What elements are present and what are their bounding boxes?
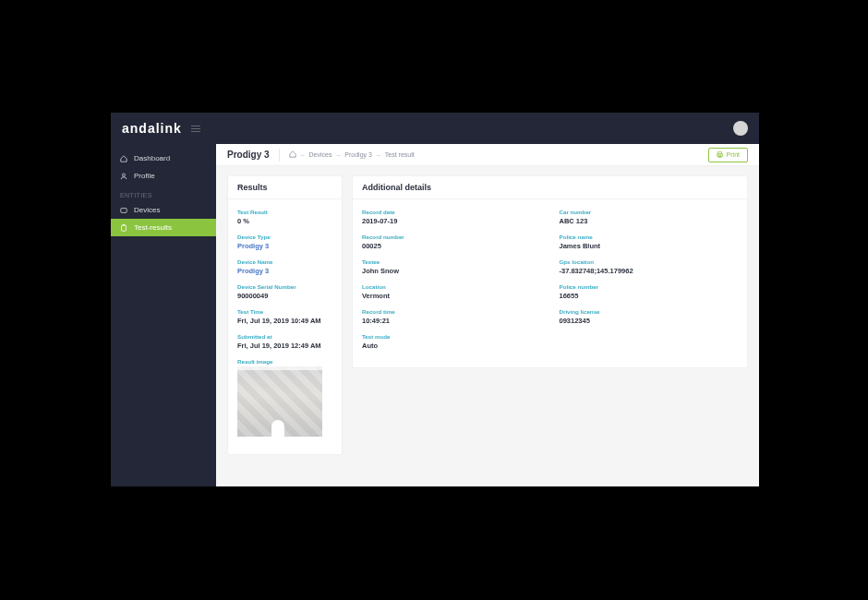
sidebar-item-label: Dashboard [134,154,170,162]
field-label: Record number [362,234,541,240]
print-button-label: Print [727,151,740,158]
field-location: Location Vermont [362,283,541,300]
breadcrumb-sep: – [301,151,305,158]
field-record-number: Record number 00025 [362,234,541,250]
breadcrumb-sep: – [336,151,340,158]
sidebar: Dashboard Profile ENTITIES Devices Test-… [111,144,216,486]
field-test-time: Test Time Fri, Jul 19, 2019 10:49 AM [237,308,332,325]
sidebar-item-devices[interactable]: Devices [111,201,216,219]
field-police-name: Police name James Blunt [560,234,739,250]
svg-rect-3 [123,224,125,225]
field-gps: Gps location -37.832748;145.179962 [560,258,739,275]
home-icon[interactable] [289,150,296,159]
svg-rect-2 [122,224,127,230]
sidebar-item-test-results[interactable]: Test-results [111,219,216,236]
field-device-type: Device Type Prodigy 3 [237,234,332,250]
svg-rect-1 [121,208,127,212]
breadcrumb-device-name[interactable]: Prodigy 3 [344,151,372,158]
field-label: Result image [237,358,332,365]
field-device-name: Device Name Prodigy 3 [237,258,332,275]
field-test-mode: Test mode Auto [362,333,541,350]
field-submitted: Submitted at Fri, Jul 19, 2019 12:49 AM [237,333,332,350]
field-value[interactable]: Prodigy 3 [237,242,332,250]
details-card-title: Additional details [353,176,747,199]
field-value: 00025 [362,242,541,250]
divider [279,149,280,162]
sidebar-section: ENTITIES [111,185,216,201]
details-card-body: Record date 2019-07-19 Record number 000… [353,199,747,367]
field-value: 10:49:21 [362,317,541,325]
details-col-right: Car number ABC 123 Police name James Blu… [560,209,739,358]
page-header: Prodigy 3 – Devices – Prodigy 3 – Test r… [216,144,759,166]
details-card: Additional details Record date 2019-07-1… [352,175,748,368]
sidebar-item-label: Profile [134,172,155,180]
device-icon [120,207,127,214]
field-label: Record time [362,308,541,315]
avatar[interactable] [733,121,748,136]
result-image[interactable] [237,366,322,437]
page-title: Prodigy 3 [227,150,270,160]
details-col-left: Record date 2019-07-19 Record number 000… [362,209,541,358]
sidebar-item-dashboard[interactable]: Dashboard [111,150,216,167]
field-label: Device Type [237,234,332,240]
field-record-date: Record date 2019-07-19 [362,209,541,225]
field-license: Driving license 09312345 [560,308,739,325]
field-testee: Testee John Snow [362,258,541,275]
field-label: Test Result [237,209,332,215]
field-value: ABC 123 [560,217,739,225]
field-value: 0 % [237,217,332,225]
field-value: 09312345 [560,317,739,325]
field-record-time: Record time 10:49:21 [362,308,541,325]
field-value: 90000049 [237,292,332,300]
results-card: Results Test Result 0 % Device Type Prod… [227,175,343,455]
field-value: Fri, Jul 19, 2019 12:49 AM [237,342,332,350]
field-value: James Blunt [560,242,739,250]
field-value: Fri, Jul 19, 2019 10:49 AM [237,317,332,325]
breadcrumb-sep: – [377,151,380,158]
field-value: John Snow [362,267,541,275]
main: Prodigy 3 – Devices – Prodigy 3 – Test r… [216,144,759,486]
app-frame: andalink Dashboard Profile ENTITIES [111,113,759,486]
breadcrumb: – Devices – Prodigy 3 – Test result [289,150,415,159]
field-test-result: Test Result 0 % [237,209,332,225]
field-label: Location [362,283,541,290]
user-icon [120,173,127,180]
field-value: 16655 [560,292,739,300]
print-icon [717,151,723,159]
field-value: Auto [362,342,541,350]
svg-point-0 [122,174,125,176]
field-label: Record date [362,209,541,215]
home-icon [120,155,127,162]
field-value: 2019-07-19 [362,217,541,225]
field-label: Car number [560,209,739,215]
sidebar-item-label: Devices [134,206,160,214]
print-button[interactable]: Print [708,148,748,162]
results-card-body: Test Result 0 % Device Type Prodigy 3 De… [228,199,342,454]
breadcrumb-devices[interactable]: Devices [308,151,332,158]
field-label: Test Time [237,308,332,315]
hamburger-icon[interactable] [191,126,200,132]
field-label: Device Name [237,258,332,265]
results-card-title: Results [228,176,342,199]
clipboard-icon [120,224,127,232]
field-label: Testee [362,258,541,265]
field-value: -37.832748;145.179962 [560,267,739,275]
field-label: Driving license [560,308,739,315]
field-label: Gps location [560,258,739,265]
field-label: Test mode [362,333,541,340]
brand-logo: andalink [122,121,182,136]
field-label: Police number [560,283,739,290]
field-police-number: Police number 16655 [560,283,739,300]
field-serial: Device Serial Number 90000049 [237,283,332,300]
sidebar-item-label: Test-results [134,223,172,232]
breadcrumb-current: Test result [385,151,415,158]
topbar: andalink [111,113,759,144]
field-result-image: Result image [237,358,332,437]
field-car-number: Car number ABC 123 [560,209,739,225]
field-value: Vermont [362,292,541,300]
field-label: Device Serial Number [237,283,332,290]
field-value[interactable]: Prodigy 3 [237,267,332,275]
sidebar-item-profile[interactable]: Profile [111,167,216,185]
brand: andalink [122,121,200,136]
field-label: Police name [560,234,739,240]
